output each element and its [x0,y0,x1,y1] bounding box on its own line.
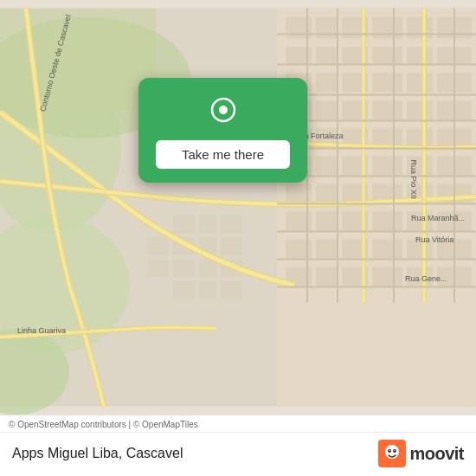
location-pin-icon [204,93,242,132]
svg-rect-11 [407,17,433,39]
attribution-text: © OpenStreetMap contributors | © OpenMap… [0,415,476,433]
svg-rect-29 [407,101,433,120]
svg-rect-64 [372,267,402,286]
svg-rect-28 [372,101,402,120]
svg-rect-23 [407,74,433,93]
svg-rect-22 [372,74,402,93]
svg-rect-20 [316,74,338,93]
svg-text:Rua Pio XII: Rua Pio XII [409,160,418,200]
moovit-brand-name: moovit [409,444,464,464]
svg-rect-68 [199,216,216,234]
svg-rect-67 [173,216,195,234]
map-area[interactable]: Contorno Oeste de Cascavel Rua Fortaleza… [0,0,476,415]
svg-rect-69 [221,216,242,234]
svg-text:Rua Gene...: Rua Gene... [405,274,447,283]
svg-rect-77 [199,281,216,299]
svg-text:Rua Vitória: Rua Vitória [415,235,453,244]
popup-card[interactable]: Take me there [138,78,307,183]
svg-rect-8 [316,17,338,39]
svg-rect-3 [0,9,156,113]
svg-point-113 [395,450,396,451]
moovit-brand-icon [378,440,406,467]
svg-rect-17 [407,48,433,65]
svg-rect-80 [147,260,169,277]
take-me-there-button[interactable]: Take me there [156,140,290,169]
svg-text:Linha Guariva: Linha Guariva [17,326,66,335]
svg-rect-62 [316,267,338,286]
svg-rect-76 [173,281,195,299]
svg-rect-35 [407,129,433,148]
app-info: Apps Miguel Liba, Cascavel moovit [0,433,476,476]
bottom-bar: © OpenStreetMap contributors | © OpenMap… [0,415,476,476]
svg-rect-26 [316,101,338,120]
svg-rect-50 [316,212,338,231]
svg-rect-38 [316,157,338,176]
svg-rect-40 [372,157,402,176]
app-name: Apps Miguel Liba, Cascavel [12,446,183,461]
svg-text:Rua Maranhã...: Rua Maranhã... [411,214,465,222]
svg-point-107 [219,106,228,114]
moovit-logo: moovit [378,440,464,467]
svg-rect-78 [221,281,242,299]
svg-rect-44 [316,184,338,203]
svg-rect-10 [372,17,402,39]
map-svg: Contorno Oeste de Cascavel Rua Fortaleza… [0,0,476,415]
svg-rect-72 [221,238,242,255]
app-container: Contorno Oeste de Cascavel Rua Fortaleza… [0,0,476,476]
svg-rect-16 [372,48,402,65]
svg-rect-79 [147,238,169,255]
svg-point-112 [389,450,390,451]
svg-rect-52 [372,212,402,231]
svg-rect-14 [316,48,338,65]
svg-rect-56 [316,240,338,259]
svg-rect-58 [372,240,402,259]
svg-rect-73 [173,260,195,277]
